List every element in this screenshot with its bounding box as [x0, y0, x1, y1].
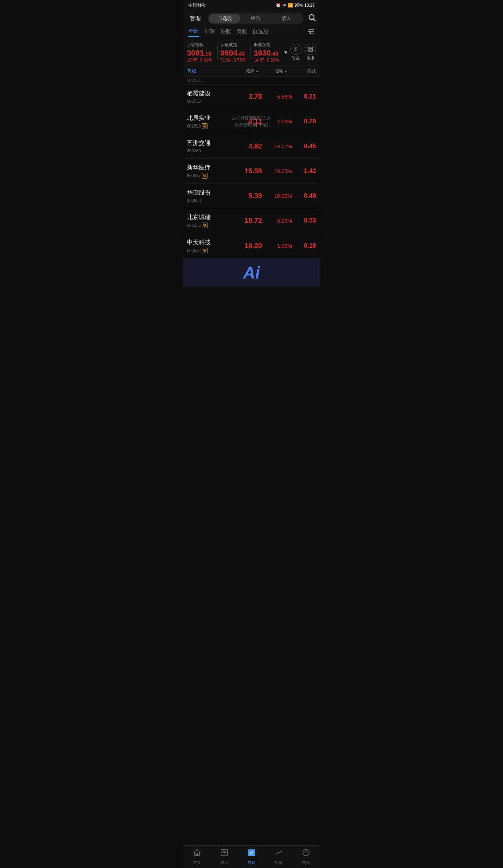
shanghai-value: 3081.15: [187, 49, 214, 58]
stock-code-3: 600587 融: [187, 173, 232, 179]
alarm-icon: ⏰: [276, 3, 281, 8]
battery-label: 95%: [294, 3, 303, 8]
stock-price-4: 5.39: [232, 192, 262, 200]
top-nav: 管理 自选股 组合 股友: [183, 10, 320, 27]
stock-price-0: 3.78: [232, 93, 262, 101]
stock-code-2: 600368: [187, 149, 232, 153]
ai-area: Ai: [183, 259, 320, 287]
tab-watchlist[interactable]: 自选股: [209, 14, 240, 23]
chinext-change: 14.87 0.92%: [254, 58, 281, 63]
stock-change-4: 0.49: [292, 192, 316, 200]
news-icon: [305, 44, 316, 55]
stock-change-6: 0.18: [292, 242, 316, 249]
status-right: ⏰ 👁 📶 95% 13:27: [276, 3, 315, 8]
stock-name-6: 中天科技: [187, 238, 232, 246]
stock-name-2: 五洲交通: [187, 139, 232, 147]
stock-info-6: 中天科技 600522 融: [187, 238, 232, 253]
stock-code-4: 000850: [187, 198, 232, 203]
stock-code-0: 600533: [187, 99, 232, 104]
stock-price-3: 15.58: [232, 167, 262, 175]
chinext-value: 1630.49: [254, 49, 281, 58]
stock-row[interactable]: 华茂股份 000850 5.39 10.00% 0.49: [183, 184, 320, 208]
stock-name-0: 栖霞建设: [187, 89, 232, 97]
index-divider-1: [217, 45, 218, 59]
sort-arrow-latest: ▲: [256, 69, 259, 73]
stock-change-2: 0.45: [292, 143, 316, 150]
carrier-label: 中国移动: [188, 2, 206, 8]
index-actions: $ 资金 资讯: [290, 44, 316, 61]
sort-pct[interactable]: 涨幅 ▲: [259, 68, 287, 74]
dropdown-arrow-icon[interactable]: ▼: [283, 50, 288, 55]
manage-button[interactable]: 管理: [187, 14, 204, 24]
stock-change-1: 0.29: [292, 118, 316, 125]
sort-initial[interactable]: 初始: [187, 68, 230, 74]
filter-all[interactable]: 全部: [188, 28, 199, 37]
index-shanghai[interactable]: 上证指数 3081.15 18.65 0.61%: [187, 42, 214, 63]
index-chinext[interactable]: 创业板指 1630.49 14.87 0.92%: [254, 42, 281, 63]
shanghai-change: 18.65 0.61%: [187, 58, 214, 63]
stock-price-2: 4.92: [232, 142, 262, 150]
margin-badge-1: 融: [202, 123, 207, 129]
stock-row[interactable]: 北辰实业 601588 融 4.11 7.59% 0.29 东方财富网股吧(东方…: [183, 109, 320, 134]
stock-row[interactable]: 新华医疗 600587 融 15.58 10.03% 1.42: [183, 159, 320, 184]
stock-pct-4: 10.00%: [262, 193, 292, 199]
stock-row[interactable]: 栖霞建设 600533 3.78 5.88% 0.21: [183, 85, 320, 109]
chinext-label: 创业板指: [254, 42, 281, 48]
stock-pct-1: 7.59%: [262, 118, 292, 124]
sort-latest[interactable]: 最新 ▲: [230, 68, 258, 74]
stock-info-5: 北京城建 600266 融: [187, 213, 232, 228]
stock-pct-0: 5.88%: [262, 94, 292, 100]
stock-price-1: 4.11: [232, 117, 262, 125]
sort-row: 初始 最新 ▲ 涨幅 ▲ 涨跌: [183, 66, 320, 77]
truncated-row: 600531...: [183, 77, 320, 85]
shenzhen-change: 71.94 0.75%: [220, 58, 248, 63]
stock-change-5: 0.53: [292, 217, 316, 224]
status-bar: 中国移动 ⏰ 👁 📶 95% 13:27: [183, 0, 320, 10]
main-tab-group: 自选股 组合 股友: [208, 13, 304, 24]
filter-watchlist[interactable]: 自选股: [253, 28, 268, 36]
sort-change[interactable]: 涨跌: [287, 68, 316, 74]
shenzhen-label: 深证成指: [220, 42, 248, 48]
eye-icon: 👁: [282, 3, 286, 8]
margin-badge-3: 融: [202, 173, 207, 179]
margin-badge-6: 融: [202, 248, 207, 253]
filter-bar: 全部 沪深 港股 美股 自选股: [183, 27, 320, 39]
stock-code-5: 600266 融: [187, 223, 232, 228]
stock-row[interactable]: 北京城建 600266 融 10.72 5.20% 0.53: [183, 208, 320, 233]
fund-button[interactable]: $ 资金: [290, 44, 301, 61]
news-button[interactable]: 资讯: [305, 44, 316, 61]
stock-pct-5: 5.20%: [262, 218, 292, 224]
tab-friends[interactable]: 股友: [271, 14, 302, 23]
svg-point-0: [309, 15, 314, 20]
stock-name-5: 北京城建: [187, 213, 232, 221]
stock-pct-6: 1.80%: [262, 243, 292, 249]
sort-arrow-pct: ▲: [284, 69, 287, 73]
svg-point-6: [310, 32, 311, 34]
stock-price-5: 10.72: [232, 217, 262, 225]
index-row: 上证指数 3081.15 18.65 0.61% 深证成指 9694.43 71…: [183, 39, 320, 66]
stock-pct-2: 10.07%: [262, 143, 292, 149]
time-label: 13:27: [304, 3, 315, 8]
filter-us[interactable]: 美股: [236, 28, 247, 36]
filter-hk[interactable]: 港股: [220, 28, 231, 36]
filter-settings-icon[interactable]: [308, 28, 315, 37]
stock-code-1: 601588 融: [187, 123, 232, 129]
stock-row[interactable]: 五洲交通 600368 4.92 10.07% 0.45: [183, 134, 320, 159]
svg-point-5: [309, 31, 310, 32]
stock-price-6: 10.20: [232, 242, 262, 250]
stock-row[interactable]: 中天科技 600522 融 10.20 1.80% 0.18: [183, 233, 320, 259]
filter-hushen[interactable]: 沪深: [204, 28, 215, 36]
search-button[interactable]: [308, 13, 316, 24]
shanghai-label: 上证指数: [187, 42, 214, 48]
signal-icon: 📶: [288, 3, 293, 8]
ai-text: Ai: [243, 263, 260, 282]
index-shenzhen[interactable]: 深证成指 9694.43 71.94 0.75%: [220, 42, 248, 63]
stock-info-0: 栖霞建设 600533: [187, 89, 232, 104]
news-label: 资讯: [307, 56, 314, 61]
stock-change-3: 1.42: [292, 167, 316, 175]
svg-line-1: [314, 19, 316, 21]
tab-portfolio[interactable]: 组合: [240, 14, 271, 23]
stock-name-4: 华茂股份: [187, 189, 232, 197]
stock-change-0: 0.21: [292, 93, 316, 100]
stock-name-1: 北辰实业: [187, 114, 232, 122]
